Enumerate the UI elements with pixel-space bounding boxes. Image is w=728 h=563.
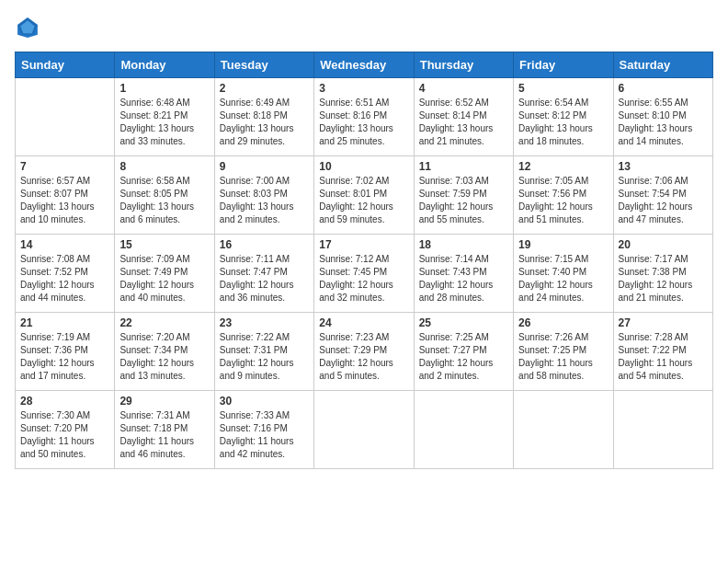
calendar-cell: 2Sunrise: 6:49 AMSunset: 8:18 PMDaylight… xyxy=(214,78,313,156)
day-info: Sunrise: 7:28 AMSunset: 7:22 PMDaylight:… xyxy=(619,331,708,383)
day-number: 3 xyxy=(319,82,408,95)
days-header-row: SundayMondayTuesdayWednesdayThursdayFrid… xyxy=(16,52,713,78)
day-info: Sunrise: 7:02 AMSunset: 8:01 PMDaylight:… xyxy=(319,175,408,226)
week-row-4: 21Sunrise: 7:19 AMSunset: 7:36 PMDayligh… xyxy=(16,313,713,391)
day-number: 24 xyxy=(319,316,408,329)
day-number: 1 xyxy=(119,82,209,95)
day-header-wednesday: Wednesday xyxy=(314,52,414,78)
calendar-body: 1Sunrise: 6:48 AMSunset: 8:21 PMDaylight… xyxy=(16,78,713,469)
day-number: 25 xyxy=(419,316,508,329)
day-info: Sunrise: 7:15 AMSunset: 7:40 PMDaylight:… xyxy=(518,253,608,304)
calendar-cell: 7Sunrise: 6:57 AMSunset: 8:07 PMDaylight… xyxy=(16,156,115,235)
calendar-cell: 10Sunrise: 7:02 AMSunset: 8:01 PMDayligh… xyxy=(314,156,414,235)
day-info: Sunrise: 6:58 AMSunset: 8:05 PMDaylight:… xyxy=(119,175,209,226)
day-info: Sunrise: 7:23 AMSunset: 7:29 PMDaylight:… xyxy=(319,331,408,383)
day-number: 21 xyxy=(20,316,109,329)
day-number: 29 xyxy=(119,395,209,408)
calendar-cell: 5Sunrise: 6:54 AMSunset: 8:12 PMDaylight… xyxy=(514,78,613,156)
calendar-cell: 1Sunrise: 6:48 AMSunset: 8:21 PMDaylight… xyxy=(115,78,214,156)
day-info: Sunrise: 7:25 AMSunset: 7:27 PMDaylight:… xyxy=(419,331,508,383)
calendar-cell: 19Sunrise: 7:15 AMSunset: 7:40 PMDayligh… xyxy=(514,235,613,313)
calendar-cell: 28Sunrise: 7:30 AMSunset: 7:20 PMDayligh… xyxy=(16,391,115,469)
calendar-cell: 8Sunrise: 6:58 AMSunset: 8:05 PMDaylight… xyxy=(115,156,214,235)
calendar-cell: 23Sunrise: 7:22 AMSunset: 7:31 PMDayligh… xyxy=(214,313,313,391)
logo-icon xyxy=(15,15,40,40)
calendar-cell: 15Sunrise: 7:09 AMSunset: 7:49 PMDayligh… xyxy=(115,235,214,313)
logo xyxy=(15,15,44,40)
calendar-cell: 6Sunrise: 6:55 AMSunset: 8:10 PMDaylight… xyxy=(613,78,712,156)
day-number: 15 xyxy=(119,238,209,251)
week-row-3: 14Sunrise: 7:08 AMSunset: 7:52 PMDayligh… xyxy=(16,235,713,313)
day-number: 5 xyxy=(518,82,608,95)
day-number: 16 xyxy=(220,238,309,251)
day-number: 23 xyxy=(220,316,309,329)
day-number: 9 xyxy=(220,160,309,173)
day-number: 7 xyxy=(20,160,109,173)
page-header xyxy=(15,15,713,40)
day-info: Sunrise: 7:08 AMSunset: 7:52 PMDaylight:… xyxy=(20,253,109,304)
day-header-sunday: Sunday xyxy=(16,52,115,78)
day-number: 10 xyxy=(319,160,408,173)
day-number: 4 xyxy=(419,82,508,95)
calendar-cell: 24Sunrise: 7:23 AMSunset: 7:29 PMDayligh… xyxy=(314,313,414,391)
day-number: 18 xyxy=(419,238,508,251)
calendar-cell: 16Sunrise: 7:11 AMSunset: 7:47 PMDayligh… xyxy=(214,235,313,313)
day-number: 13 xyxy=(619,160,708,173)
calendar-cell: 30Sunrise: 7:33 AMSunset: 7:16 PMDayligh… xyxy=(214,391,313,469)
calendar-cell: 20Sunrise: 7:17 AMSunset: 7:38 PMDayligh… xyxy=(613,235,712,313)
day-number: 22 xyxy=(119,316,209,329)
calendar-cell: 13Sunrise: 7:06 AMSunset: 7:54 PMDayligh… xyxy=(613,156,712,235)
day-number: 8 xyxy=(119,160,209,173)
day-header-tuesday: Tuesday xyxy=(214,52,313,78)
day-info: Sunrise: 7:06 AMSunset: 7:54 PMDaylight:… xyxy=(619,175,708,226)
calendar-cell: 4Sunrise: 6:52 AMSunset: 8:14 PMDaylight… xyxy=(414,78,513,156)
day-header-thursday: Thursday xyxy=(414,52,513,78)
calendar-cell: 17Sunrise: 7:12 AMSunset: 7:45 PMDayligh… xyxy=(314,235,414,313)
day-info: Sunrise: 6:51 AMSunset: 8:16 PMDaylight:… xyxy=(319,97,408,148)
calendar-cell: 22Sunrise: 7:20 AMSunset: 7:34 PMDayligh… xyxy=(115,313,214,391)
calendar-cell: 3Sunrise: 6:51 AMSunset: 8:16 PMDaylight… xyxy=(314,78,414,156)
calendar-cell: 14Sunrise: 7:08 AMSunset: 7:52 PMDayligh… xyxy=(16,235,115,313)
day-number: 27 xyxy=(619,316,708,329)
day-info: Sunrise: 7:31 AMSunset: 7:18 PMDaylight:… xyxy=(119,409,209,461)
day-info: Sunrise: 7:05 AMSunset: 7:56 PMDaylight:… xyxy=(518,175,608,226)
day-info: Sunrise: 7:20 AMSunset: 7:34 PMDaylight:… xyxy=(119,331,209,383)
day-number: 19 xyxy=(518,238,608,251)
day-number: 26 xyxy=(518,316,608,329)
day-info: Sunrise: 7:14 AMSunset: 7:43 PMDaylight:… xyxy=(419,253,508,304)
calendar-cell xyxy=(613,391,712,469)
calendar-cell: 18Sunrise: 7:14 AMSunset: 7:43 PMDayligh… xyxy=(414,235,513,313)
calendar-cell: 26Sunrise: 7:26 AMSunset: 7:25 PMDayligh… xyxy=(514,313,613,391)
day-info: Sunrise: 7:09 AMSunset: 7:49 PMDaylight:… xyxy=(119,253,209,304)
calendar-header: SundayMondayTuesdayWednesdayThursdayFrid… xyxy=(16,52,713,78)
day-info: Sunrise: 7:30 AMSunset: 7:20 PMDaylight:… xyxy=(20,409,109,461)
day-number: 12 xyxy=(518,160,608,173)
calendar-table: SundayMondayTuesdayWednesdayThursdayFrid… xyxy=(15,52,713,469)
day-info: Sunrise: 7:11 AMSunset: 7:47 PMDaylight:… xyxy=(220,253,309,304)
calendar-cell xyxy=(314,391,414,469)
day-header-monday: Monday xyxy=(115,52,214,78)
day-number: 6 xyxy=(619,82,708,95)
calendar-cell: 27Sunrise: 7:28 AMSunset: 7:22 PMDayligh… xyxy=(613,313,712,391)
day-info: Sunrise: 7:33 AMSunset: 7:16 PMDaylight:… xyxy=(220,409,309,461)
day-info: Sunrise: 7:00 AMSunset: 8:03 PMDaylight:… xyxy=(220,175,309,226)
day-info: Sunrise: 7:17 AMSunset: 7:38 PMDaylight:… xyxy=(619,253,708,304)
day-header-friday: Friday xyxy=(514,52,613,78)
day-info: Sunrise: 6:48 AMSunset: 8:21 PMDaylight:… xyxy=(119,97,209,148)
day-info: Sunrise: 7:03 AMSunset: 7:59 PMDaylight:… xyxy=(419,175,508,226)
day-header-saturday: Saturday xyxy=(613,52,712,78)
calendar-cell: 12Sunrise: 7:05 AMSunset: 7:56 PMDayligh… xyxy=(514,156,613,235)
day-info: Sunrise: 6:54 AMSunset: 8:12 PMDaylight:… xyxy=(518,97,608,148)
calendar-cell xyxy=(414,391,513,469)
week-row-5: 28Sunrise: 7:30 AMSunset: 7:20 PMDayligh… xyxy=(16,391,713,469)
calendar-cell: 25Sunrise: 7:25 AMSunset: 7:27 PMDayligh… xyxy=(414,313,513,391)
day-number: 2 xyxy=(220,82,309,95)
day-info: Sunrise: 6:55 AMSunset: 8:10 PMDaylight:… xyxy=(619,97,708,148)
calendar-cell: 29Sunrise: 7:31 AMSunset: 7:18 PMDayligh… xyxy=(115,391,214,469)
calendar-cell: 9Sunrise: 7:00 AMSunset: 8:03 PMDaylight… xyxy=(214,156,313,235)
day-number: 30 xyxy=(220,395,309,408)
day-info: Sunrise: 7:26 AMSunset: 7:25 PMDaylight:… xyxy=(518,331,608,383)
day-info: Sunrise: 6:57 AMSunset: 8:07 PMDaylight:… xyxy=(20,175,109,226)
day-number: 17 xyxy=(319,238,408,251)
calendar-cell: 21Sunrise: 7:19 AMSunset: 7:36 PMDayligh… xyxy=(16,313,115,391)
